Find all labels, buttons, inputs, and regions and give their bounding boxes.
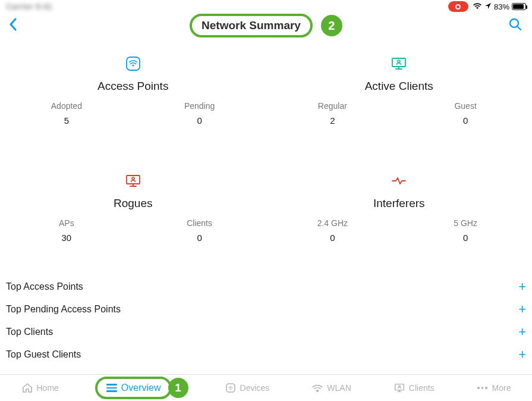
card-rogues[interactable]: Rogues APs 30 Clients 0: [0, 173, 266, 243]
card-title: Interferers: [373, 197, 425, 210]
tab-clients[interactable]: Clients: [388, 377, 440, 399]
plus-icon[interactable]: +: [518, 348, 526, 361]
stat-label: 2.4 GHz: [317, 218, 348, 228]
callout-badge-1: 1: [168, 378, 188, 398]
home-icon: [21, 382, 33, 394]
plus-icon[interactable]: +: [518, 303, 526, 316]
tab-home[interactable]: Home: [15, 377, 65, 399]
stat-value: 0: [463, 115, 468, 126]
svg-point-13: [229, 389, 231, 390]
tab-label: Clients: [409, 383, 435, 393]
clients-icon: [394, 382, 405, 394]
tab-label: Home: [37, 383, 59, 393]
card-title: Rogues: [114, 197, 153, 210]
svg-point-17: [398, 386, 400, 387]
summary-grid: Access Points Adopted 5 Pending 0 Active…: [0, 38, 532, 275]
stat-value: 0: [197, 233, 202, 243]
card-active-clients[interactable]: Active Clients Regular 2 Guest 0: [266, 56, 533, 126]
card-title: Active Clients: [365, 80, 433, 93]
stat-value: 30: [62, 233, 72, 243]
svg-rect-12: [226, 384, 235, 392]
tab-label: More: [492, 383, 511, 393]
tab-label: Overview: [121, 383, 161, 393]
card-access-points[interactable]: Access Points Adopted 5 Pending 0: [0, 56, 266, 126]
stat-value: 2: [330, 115, 335, 126]
interferer-icon: [391, 173, 407, 189]
stat-label: Pending: [184, 101, 215, 111]
list-row-top-guest-clients[interactable]: Top Guest Clients +: [0, 343, 532, 366]
battery-percent: 83%: [494, 2, 509, 11]
status-left-blurred: Carrier 9:41: [6, 2, 52, 11]
plus-icon[interactable]: +: [518, 325, 526, 339]
wifi-icon: [473, 2, 482, 11]
page-title: Network Summary: [202, 19, 301, 32]
stat-label: 5 GHz: [454, 218, 477, 228]
list-row-top-clients[interactable]: Top Clients +: [0, 321, 532, 343]
tab-label: Devices: [240, 383, 270, 393]
card-interferers[interactable]: Interferers 2.4 GHz 0 5 GHz 0: [266, 173, 533, 243]
location-icon: [484, 2, 492, 11]
tab-bar: Home Overview 1 Devices WLAN Clients Mor…: [0, 375, 532, 401]
stat-value: 5: [64, 115, 69, 126]
list-label: Top Clients: [6, 327, 53, 337]
svg-rect-2: [127, 57, 140, 70]
svg-point-3: [132, 64, 134, 66]
tab-label: WLAN: [327, 383, 351, 393]
list-label: Top Guest Clients: [6, 349, 81, 360]
top-lists: Top Access Points + Top Pending Access P…: [0, 275, 532, 366]
nav-bar: Network Summary 2: [0, 13, 532, 38]
tab-more[interactable]: More: [471, 377, 517, 399]
tab-overview[interactable]: Overview: [95, 377, 172, 399]
status-right: 83%: [448, 1, 526, 12]
overview-icon: [106, 382, 118, 394]
svg-point-11: [132, 177, 134, 180]
tab-devices[interactable]: Devices: [219, 377, 276, 399]
svg-point-7: [398, 60, 400, 62]
callout-title-oval: Network Summary: [190, 14, 313, 37]
stat-label: Guest: [454, 101, 476, 111]
status-bar: Carrier 9:41 83%: [0, 0, 532, 13]
more-icon: [477, 382, 489, 394]
list-label: Top Access Points: [6, 281, 83, 292]
list-row-top-pending-aps[interactable]: Top Pending Access Points +: [0, 298, 532, 321]
stat-value: 0: [197, 115, 202, 126]
svg-line-1: [518, 27, 521, 30]
rogue-icon: [125, 173, 141, 189]
list-row-top-aps[interactable]: Top Access Points +: [0, 275, 532, 298]
access-point-icon: [125, 56, 141, 71]
client-icon: [391, 56, 407, 71]
search-button[interactable]: [508, 17, 522, 34]
devices-icon: [225, 382, 237, 394]
callout-badge-2: 2: [321, 15, 342, 36]
stat-label: Regular: [318, 101, 347, 111]
plus-icon[interactable]: +: [518, 280, 526, 293]
tab-wlan[interactable]: WLAN: [306, 377, 357, 399]
screen-record-indicator: [448, 1, 468, 12]
wlan-icon: [311, 382, 323, 394]
stat-label: Adopted: [51, 101, 82, 111]
card-title: Access Points: [97, 80, 168, 93]
stat-value: 0: [330, 233, 335, 243]
list-label: Top Pending Access Points: [6, 304, 121, 315]
stat-label: APs: [59, 218, 74, 228]
back-button[interactable]: [8, 17, 18, 34]
battery-icon: [512, 3, 526, 10]
stat-label: Clients: [187, 218, 212, 228]
stat-value: 0: [463, 233, 468, 243]
